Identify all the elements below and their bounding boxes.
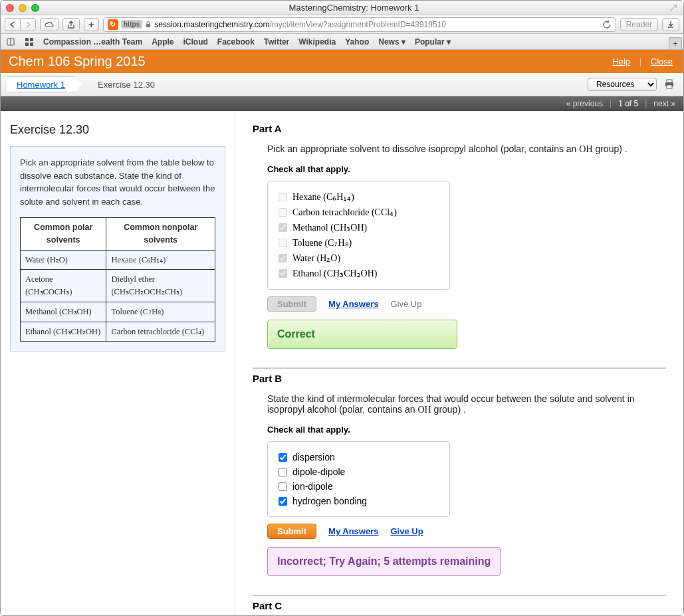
svg-rect-8: [667, 85, 672, 88]
course-title: Chem 106 Spring 2015: [9, 54, 146, 69]
resources-dropdown[interactable]: Resources: [588, 78, 657, 91]
svg-rect-3: [30, 38, 33, 41]
part-c: Part C Pick an appropriate solvent to di…: [253, 595, 666, 615]
bookmark-item[interactable]: Yahoo: [345, 37, 369, 47]
feedback-incorrect: Incorrect; Try Again; 5 attempts remaini…: [267, 547, 501, 576]
page-position: 1 of 5: [618, 99, 638, 108]
option-hexane: Hexane (C₆H₁₄): [279, 189, 439, 205]
table-row: Water (H₂O)Hexane (C₆H₁₄): [21, 250, 215, 270]
bookmark-item[interactable]: Facebook: [217, 37, 255, 47]
table-row: Acetone (CH₃COCH₃)Diethyl ether (CH₃CH₂O…: [21, 270, 215, 302]
new-tab-button[interactable]: +: [669, 37, 682, 49]
top-sites-icon[interactable]: [25, 37, 34, 47]
svg-rect-7: [667, 80, 672, 82]
print-icon[interactable]: [663, 78, 675, 90]
options-box: dispersion dipole-dipole ion-dipole hydr…: [267, 441, 450, 517]
give-up-link[interactable]: Give Up: [390, 299, 421, 309]
breadcrumb-link[interactable]: Homework 1: [7, 76, 75, 92]
solvent-table: Common polar solventsCommon nonpolar sol…: [20, 217, 215, 342]
bookmark-item[interactable]: Apple: [152, 37, 173, 47]
help-link[interactable]: Help: [610, 56, 633, 66]
option-hydrogen-bonding: hydrogen bonding: [279, 494, 439, 508]
option-dispersion: dispersion: [279, 450, 439, 464]
option-dipole-dipole: dipole-dipole: [279, 464, 439, 479]
actions-row: Submit My Answers Give Up: [267, 296, 666, 312]
bookmark-item[interactable]: Compassion …ealth Team: [43, 37, 142, 47]
instruction: Check all that apply.: [267, 164, 666, 174]
bookmarks-bar: Compassion …ealth Team Apple iCloud Face…: [1, 34, 683, 50]
exercise-title: Exercise 12.30: [10, 123, 225, 137]
option-water: Water (H₂O): [279, 251, 439, 266]
bookmark-item[interactable]: Popular ▾: [415, 37, 451, 47]
fullscreen-icon[interactable]: [669, 3, 678, 13]
sidebar: Exercise 12.30 Pick an appropriate solve…: [1, 111, 235, 615]
my-answers-link[interactable]: My Answers: [328, 299, 378, 309]
table-row: Methanol (CH₃OH)Toluene (C₇H₈): [21, 302, 215, 322]
reload-icon[interactable]: [602, 20, 612, 29]
share-button[interactable]: [62, 18, 80, 31]
part-a: Part A Pick an appropriate solvent to di…: [253, 123, 666, 349]
part-prompt: Pick an appropriate solvent to dissolve …: [267, 144, 666, 155]
actions-row: Submit My Answers Give Up: [267, 524, 666, 539]
pager-bar: « previous | 1 of 5 | next »: [1, 96, 683, 111]
bookmark-item[interactable]: iCloud: [183, 37, 208, 47]
browser-toolbar: + ↻ https session.masteringchemistry.com…: [1, 15, 683, 34]
address-bar[interactable]: ↻ https session.masteringchemistry.com/m…: [103, 17, 616, 32]
next-link[interactable]: next »: [653, 99, 675, 108]
svg-rect-2: [25, 38, 29, 41]
back-button[interactable]: [5, 18, 20, 31]
checkbox[interactable]: [279, 193, 287, 201]
bookmark-item[interactable]: Wikipedia: [298, 37, 336, 47]
titlebar: MasteringChemistry: Homework 1: [1, 1, 683, 15]
part-title: Part A: [253, 123, 666, 134]
https-badge: https: [121, 20, 142, 29]
downloads-button[interactable]: [662, 18, 679, 31]
close-window-icon[interactable]: [6, 4, 14, 12]
url-host: session.masteringchemistry.com: [154, 20, 269, 29]
window-title: MasteringChemistry: Homework 1: [39, 3, 669, 13]
favicon-icon: ↻: [108, 19, 118, 30]
part-title: Part C: [253, 600, 666, 611]
option-toluene: Toluene (C₇H₈): [279, 235, 439, 251]
bookmark-item[interactable]: Twitter: [264, 37, 289, 47]
reader-button[interactable]: Reader: [620, 18, 658, 31]
part-title: Part B: [253, 373, 666, 384]
checkbox[interactable]: [279, 482, 287, 491]
url-path: /myct/itemView?assignmentProblemID=43919…: [269, 20, 446, 29]
submit-button[interactable]: Submit: [267, 296, 316, 312]
zoom-window-icon[interactable]: [31, 4, 39, 12]
reading-list-icon[interactable]: [6, 37, 15, 47]
icloud-tabs-button[interactable]: [40, 18, 58, 31]
part-prompt: State the kind of intermolecular forces …: [267, 393, 666, 415]
give-up-link[interactable]: Give Up: [390, 526, 423, 536]
checkbox[interactable]: [279, 468, 287, 476]
option-ccl4: Carbon tetrachloride (CCl₄): [279, 205, 439, 220]
svg-rect-0: [146, 24, 150, 27]
svg-rect-5: [30, 43, 33, 46]
checkbox[interactable]: [279, 223, 287, 232]
option-ethanol: Ethanol (CH₃CH₂OH): [279, 266, 439, 281]
lock-icon: [145, 21, 152, 28]
checkbox[interactable]: [279, 208, 287, 217]
prev-link[interactable]: « previous: [566, 99, 603, 108]
breadcrumb-current: Exercise 12.30: [87, 80, 166, 90]
table-header: Common nonpolar solvents: [106, 218, 215, 251]
my-answers-link[interactable]: My Answers: [328, 526, 378, 536]
main-panel: Part A Pick an appropriate solvent to di…: [235, 111, 683, 615]
submit-button[interactable]: Submit: [267, 524, 316, 539]
checkbox[interactable]: [279, 254, 287, 262]
table-row: Ethanol (CH₃CH₂OH)Carbon tetrachloride (…: [21, 322, 215, 342]
content-area: Exercise 12.30 Pick an appropriate solve…: [1, 111, 683, 615]
checkbox[interactable]: [279, 239, 287, 247]
exercise-intro: Pick an appropriate solvent from the tab…: [10, 146, 225, 352]
option-ion-dipole: ion-dipole: [279, 479, 439, 494]
checkbox[interactable]: [279, 269, 287, 278]
minimize-window-icon[interactable]: [19, 4, 27, 12]
forward-button[interactable]: [20, 18, 36, 31]
option-methanol: Methanol (CH₃OH): [279, 220, 439, 235]
checkbox[interactable]: [279, 497, 287, 506]
add-button[interactable]: +: [84, 18, 99, 31]
close-link[interactable]: Close: [648, 56, 675, 66]
checkbox[interactable]: [279, 453, 287, 462]
bookmark-item[interactable]: News ▾: [378, 37, 405, 47]
